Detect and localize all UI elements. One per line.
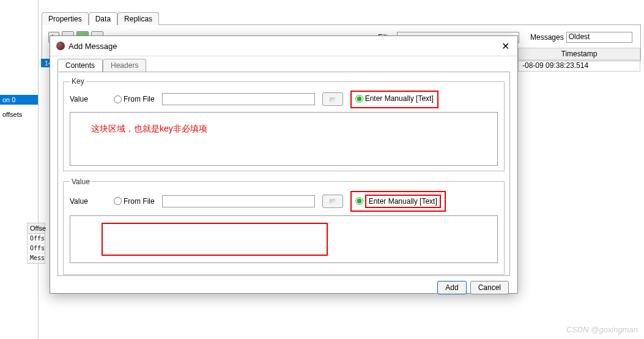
dialog-title: Add Message: [68, 42, 499, 51]
key-browse-button[interactable]: [322, 92, 343, 106]
value-from-file-input[interactable]: [114, 197, 122, 205]
timestamp-header: Timestamp: [518, 48, 640, 60]
value-manual-label: Enter Manually [Text]: [369, 197, 437, 206]
bottom-info-row: Messag: [28, 253, 45, 263]
key-from-file-label: From File: [124, 95, 155, 103]
bottom-info-header: Offse: [28, 223, 45, 234]
tab-replicas[interactable]: Replicas: [117, 12, 159, 25]
tab-headers[interactable]: Headers: [103, 59, 146, 72]
tab-contents[interactable]: Contents: [57, 59, 103, 72]
watermark: CSDN @goxingman: [566, 325, 638, 334]
left-item-offsets[interactable]: offsets: [0, 110, 38, 119]
value-fieldset: Value Value From File Enter Manually [Te…: [63, 177, 505, 275]
main-tabs: Properties Data Replicas: [42, 12, 641, 25]
key-fieldset: Key Value From File Enter Manually [Text…: [63, 77, 505, 171]
timestamp-cell[interactable]: -08-09 09:38:23.514: [518, 60, 640, 72]
key-manual-label: Enter Manually [Text]: [365, 94, 434, 103]
value-manual-radio[interactable]: Enter Manually [Text]: [355, 195, 441, 208]
value-value-label: Value: [70, 197, 106, 206]
key-manual-input[interactable]: [355, 95, 363, 103]
key-manual-radio[interactable]: Enter Manually [Text]: [355, 94, 434, 103]
dialog-title-bar: Add Message ✕: [50, 36, 517, 56]
bottom-info-row: Offset: [28, 244, 45, 253]
dialog-icon: [56, 42, 65, 50]
bottom-info-row: Offset: [28, 234, 45, 244]
bottom-info-panel: Offse Offset Offset Messag: [27, 223, 45, 264]
tab-data[interactable]: Data: [89, 12, 117, 25]
value-from-file-label: From File: [124, 197, 155, 206]
key-file-path-input[interactable]: [162, 93, 315, 105]
value-file-path-input[interactable]: [162, 195, 315, 207]
dialog-footer: Add Cancel: [50, 276, 517, 299]
value-manual-highlight: Enter Manually [Text]: [350, 191, 446, 212]
dialog-body: Key Value From File Enter Manually [Text…: [57, 72, 510, 276]
cancel-button[interactable]: Cancel: [470, 281, 509, 294]
value-browse-button[interactable]: [322, 195, 343, 208]
value-from-file-radio[interactable]: From File: [114, 197, 155, 206]
add-message-dialog: Add Message ✕ Contents Headers Key Value…: [50, 35, 518, 294]
value-highlight-box: [102, 223, 328, 256]
key-textarea[interactable]: 这块区域，也就是key非必填项: [70, 112, 498, 166]
key-annotation: 这块区域，也就是key非必填项: [80, 119, 487, 135]
tab-properties[interactable]: Properties: [42, 12, 89, 25]
key-from-file-radio[interactable]: From File: [114, 95, 155, 103]
key-legend: Key: [70, 77, 86, 86]
messages-label: Messages: [530, 33, 564, 42]
dialog-tabs: Contents Headers: [50, 56, 517, 72]
value-manual-inner-highlight: Enter Manually [Text]: [365, 195, 441, 208]
close-icon[interactable]: ✕: [499, 40, 511, 52]
left-panel: on 0 offsets: [0, 0, 39, 339]
left-item-partition[interactable]: on 0: [0, 95, 38, 105]
value-legend: Value: [70, 177, 92, 186]
add-button[interactable]: Add: [437, 281, 466, 294]
key-value-label: Value: [70, 95, 106, 103]
timestamp-table: Timestamp -08-09 09:38:23.514: [518, 48, 640, 72]
key-from-file-input[interactable]: [114, 95, 122, 103]
key-manual-highlight: Enter Manually [Text]: [350, 91, 439, 108]
value-manual-input[interactable]: [355, 197, 363, 205]
messages-select[interactable]: Oldest: [566, 32, 632, 43]
